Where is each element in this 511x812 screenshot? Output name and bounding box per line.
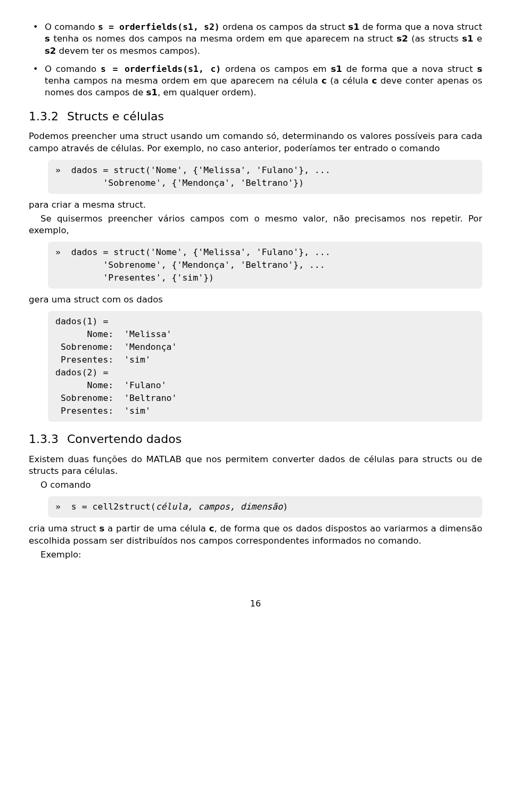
sec132-p1: Podemos preencher uma struct usando um c… [29, 130, 482, 154]
sec132-p2a: para criar a mesma struct. [29, 199, 482, 211]
code-block-3: dados(1) = Nome: 'Melissa' Sobrenome: 'M… [48, 311, 482, 421]
section-title-133: Convertendo dados [67, 432, 182, 446]
sec133-p1b: O comando [29, 479, 482, 491]
code4-pre: » s = cell2struct( [55, 502, 156, 512]
section-num-133: 1.3.3 [29, 432, 59, 446]
section-num-132: 1.3.2 [29, 110, 59, 123]
sec132-p3: gera uma struct com os dados [29, 294, 482, 306]
section-title-132: Structs e células [67, 110, 164, 123]
section-heading-132: 1.3.2Structs e células [29, 109, 482, 125]
section-heading-133: 1.3.3Convertendo dados [29, 431, 482, 447]
bullet-list: O comando s = orderfields(s1, s2) ordena… [29, 21, 482, 99]
bullet1-text: O comando s = orderfields(s1, s2) ordena… [45, 22, 482, 56]
code-block-4: » s = cell2struct(célula, campos, dimens… [48, 496, 482, 518]
bullet-item-1: O comando s = orderfields(s1, s2) ordena… [45, 21, 482, 57]
page-number: 16 [29, 598, 482, 610]
bullet2-text: O comando s = orderfields(s1, c) ordena … [45, 64, 482, 98]
code4-args: célula, campos, dimensão [156, 502, 283, 512]
sec133-p1: Existem duas funções do MATLAB que nos p… [29, 454, 482, 478]
code-block-1: » dados = struct('Nome', {'Melissa', 'Fu… [48, 160, 482, 194]
code-block-2: » dados = struct('Nome', {'Melissa', 'Fu… [48, 242, 482, 289]
sec133-p2: cria uma struct s a partir de uma célula… [29, 523, 482, 547]
bullet-item-2: O comando s = orderfields(s1, c) ordena … [45, 63, 482, 99]
sec133-p2b: Exemplo: [29, 549, 482, 561]
code4-post: ) [283, 502, 288, 512]
sec132-p2b: Se quisermos preencher vários campos com… [29, 213, 482, 237]
